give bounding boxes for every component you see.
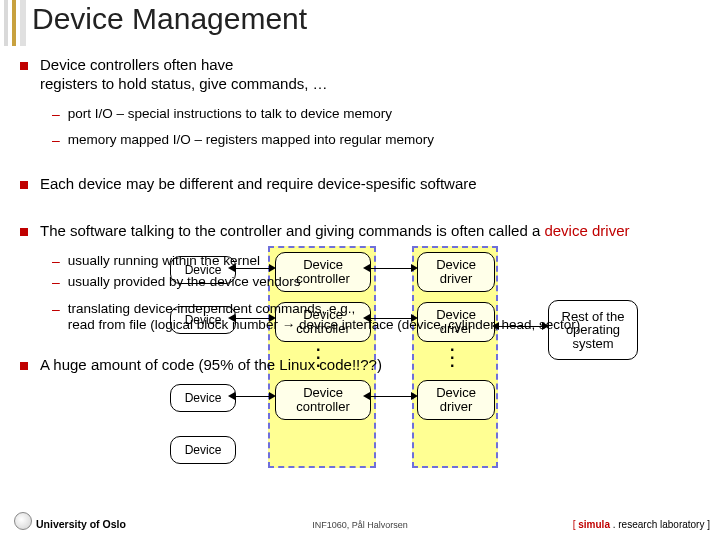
arrow-head-icon xyxy=(411,392,418,400)
dash-icon: – xyxy=(52,301,60,318)
bullet-square-icon xyxy=(20,362,28,370)
slide-title: Device Management xyxy=(32,2,307,36)
arrow-line xyxy=(232,396,273,397)
dash-icon: – xyxy=(52,274,60,291)
node-device: Device xyxy=(170,436,236,464)
arrow-head-icon xyxy=(363,392,370,400)
bullet-text: Device controllers often have registers … xyxy=(40,56,328,94)
footer-simula: [ simula . research laboratory ] xyxy=(573,519,710,530)
dash-icon: – xyxy=(52,253,60,270)
sub-text: port I/O – special instructions to talk … xyxy=(68,106,392,123)
node-controller: Device controller xyxy=(275,380,371,420)
bullet-square-icon xyxy=(20,228,28,236)
dash-icon: – xyxy=(52,106,60,123)
bullet-line: registers to hold status, give commands,… xyxy=(40,75,328,92)
sub-text: memory mapped I/O – registers mapped int… xyxy=(68,132,434,149)
node-driver: Device driver xyxy=(417,380,495,420)
bullet-item: A huge amount of code (95% of the Linux … xyxy=(20,356,708,375)
arrow-head-icon xyxy=(269,392,276,400)
sub-line: translating device-independent commands,… xyxy=(68,301,355,316)
bullet-text: The software talking to the controller a… xyxy=(40,222,629,241)
sub-line: read from file (logical block number → d… xyxy=(68,317,580,332)
bullet-item: The software talking to the controller a… xyxy=(20,222,708,241)
title-bar: Device Management xyxy=(0,0,720,46)
sub-bullet: – usually running within the kernel xyxy=(52,253,708,270)
bullet-square-icon xyxy=(20,62,28,70)
sub-text: translating device-independent commands,… xyxy=(68,301,580,335)
arrow-head-icon xyxy=(228,392,235,400)
sub-text: usually running within the kernel xyxy=(68,253,260,270)
sub-bullet: – usually provided by the device vendors xyxy=(52,274,708,291)
sub-bullet: – translating device-independent command… xyxy=(52,301,708,335)
bullet-text: A huge amount of code (95% of the Linux … xyxy=(40,356,382,375)
sub-text: usually provided by the device vendors xyxy=(68,274,301,291)
bullet-line: The software talking to the controller a… xyxy=(40,222,544,239)
sub-bullet: – port I/O – special instructions to tal… xyxy=(52,106,708,123)
bullet-item: Device controllers often have registers … xyxy=(20,56,708,94)
bullet-text: Each device may be different and require… xyxy=(40,175,477,194)
footer: University of Oslo INF1060, Pål Halvorse… xyxy=(0,514,720,540)
title-stripe xyxy=(20,0,26,46)
sub-bullet: – memory mapped I/O – registers mapped i… xyxy=(52,132,708,149)
dash-icon: – xyxy=(52,132,60,149)
simula-tail: . research laboratory ] xyxy=(610,519,710,530)
arrow-line xyxy=(367,396,415,397)
bullet-square-icon xyxy=(20,181,28,189)
bullet-line: Device controllers often have xyxy=(40,56,233,73)
bullet-item: Each device may be different and require… xyxy=(20,175,708,194)
title-stripe xyxy=(12,0,16,46)
node-device: Device xyxy=(170,384,236,412)
content-area: Device controllers often have registers … xyxy=(20,56,708,381)
title-stripe xyxy=(4,0,8,46)
emphasis: device driver xyxy=(544,222,629,239)
simula-word: simula xyxy=(578,519,610,530)
